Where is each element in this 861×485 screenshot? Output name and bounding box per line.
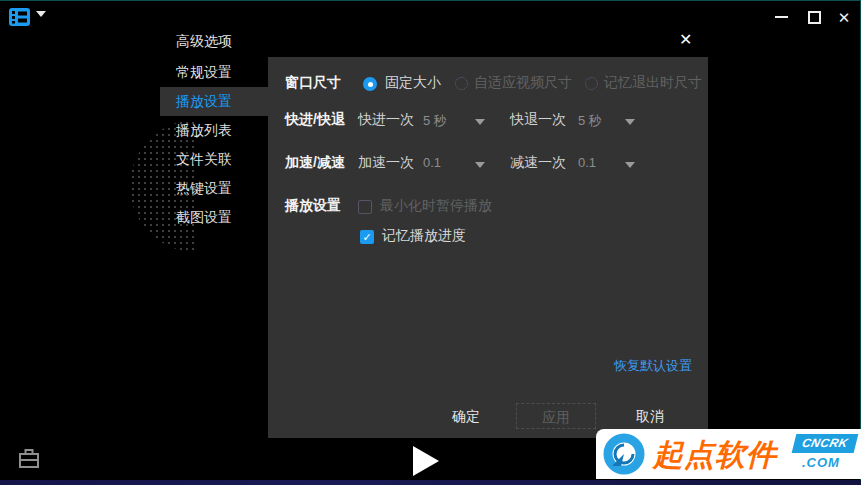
settings-panel: 窗口尺寸 固定大小 自适应视频尺寸 记忆退出时尺寸 快进/快退 快进一次 5 秒… (268, 57, 708, 438)
checkbox-remember-progress[interactable]: ✓ (360, 230, 374, 244)
speed-up-label: 加速一次 (358, 154, 414, 172)
window-close-button[interactable]: ✕ (833, 8, 855, 26)
seek-backward-label: 快退一次 (510, 111, 566, 129)
cancel-button[interactable]: 取消 (610, 403, 690, 429)
speed-label: 加速/减速 (285, 154, 345, 172)
ok-button[interactable]: 确定 (426, 403, 506, 429)
filmstrip-icon[interactable] (8, 7, 32, 27)
watermark-badge-domain: .COM (802, 455, 840, 470)
seek-backward-select[interactable]: 5 秒 (578, 112, 602, 130)
watermark-logo: 起点软件 CNCRK .COM (596, 429, 861, 479)
speed-down-caret-icon[interactable] (625, 162, 635, 168)
sidebar-item-playlist[interactable]: 播放列表 (160, 116, 268, 145)
checkbox-remember-progress-label[interactable]: 记忆播放进度 (382, 227, 466, 245)
window-top-border (0, 0, 861, 1)
briefcase-icon[interactable] (17, 448, 41, 473)
close-icon: ✕ (838, 10, 851, 25)
window-size-label: 窗口尺寸 (285, 74, 341, 92)
sidebar-item-file-assoc[interactable]: 文件关联 (160, 145, 268, 174)
seek-backward-caret-icon[interactable] (625, 119, 635, 125)
settings-sidebar: 常规设置 播放设置 播放列表 文件关联 热键设置 截图设置 (160, 58, 268, 232)
speed-row: 加速/减速 加速一次 0.1 减速一次 0.1 (268, 154, 708, 176)
seek-forward-select[interactable]: 5 秒 (423, 112, 447, 130)
seekbar[interactable] (0, 480, 861, 485)
speed-down-select[interactable]: 0.1 (578, 155, 596, 170)
sidebar-item-general[interactable]: 常规设置 (160, 58, 268, 87)
minimize-button[interactable] (770, 8, 792, 26)
playback-settings-row: 播放设置 最小化时暂停播放 (268, 197, 708, 219)
radio-remember-exit-size (585, 77, 598, 90)
watermark-brand-text: 起点软件 (653, 435, 777, 476)
remember-progress-row: ✓ 记忆播放进度 (268, 227, 708, 249)
checkbox-pause-on-minimize (358, 200, 372, 214)
radio-remember-exit-size-label: 记忆退出时尺寸 (604, 74, 702, 92)
apply-button: 应用 (516, 403, 596, 429)
checkbox-pause-on-minimize-label: 最小化时暂停播放 (380, 197, 492, 215)
seek-forward-caret-icon[interactable] (475, 119, 485, 125)
speed-down-label: 减速一次 (510, 154, 566, 172)
restore-defaults-link[interactable]: 恢复默认设置 (614, 357, 692, 375)
seek-label: 快进/快退 (285, 111, 345, 129)
playback-settings-label: 播放设置 (285, 197, 341, 215)
sidebar-item-hotkeys[interactable]: 热键设置 (160, 174, 268, 203)
app-menu-caret-icon[interactable] (36, 11, 46, 17)
speed-up-select[interactable]: 0.1 (423, 155, 441, 170)
minimize-icon (775, 16, 788, 18)
watermark-badge: CNCRK (792, 434, 859, 453)
window-size-row: 窗口尺寸 固定大小 自适应视频尺寸 记忆退出时尺寸 (268, 74, 708, 96)
maximize-icon (808, 11, 821, 24)
seek-forward-label: 快进一次 (358, 111, 414, 129)
sidebar-item-playback[interactable]: 播放设置 (160, 87, 268, 116)
play-icon[interactable] (413, 446, 439, 476)
radio-fixed-size-label[interactable]: 固定大小 (385, 74, 441, 92)
seek-row: 快进/快退 快进一次 5 秒 快退一次 5 秒 (268, 111, 708, 133)
speed-up-caret-icon[interactable] (475, 162, 485, 168)
radio-adapt-video-size (455, 77, 468, 90)
radio-fixed-size[interactable] (363, 77, 377, 91)
sidebar-item-screenshot[interactable]: 截图设置 (160, 203, 268, 232)
dialog-title: 高级选项 (176, 33, 232, 51)
dialog-close-icon[interactable]: ✕ (679, 30, 692, 49)
video-player-window: { "icons": { "caret_down": "▼", "check":… (0, 0, 861, 485)
radio-adapt-video-size-label: 自适应视频尺寸 (474, 74, 572, 92)
maximize-button[interactable] (803, 8, 825, 26)
watermark-swirl-icon (601, 431, 647, 480)
